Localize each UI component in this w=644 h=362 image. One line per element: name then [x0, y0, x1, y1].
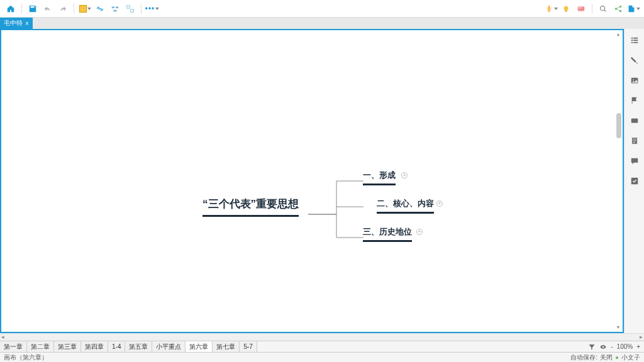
scroll-left-icon[interactable]: ◂ [0, 334, 6, 340]
svg-point-15 [633, 79, 634, 80]
sheet-tab[interactable]: 第三章 [54, 341, 81, 352]
separator [74, 4, 74, 14]
sheet-tab[interactable]: 第六章 [186, 341, 213, 352]
group-button[interactable] [108, 2, 122, 16]
child-node-3[interactable]: 三、历史地位 [363, 226, 412, 242]
svg-rect-5 [548, 5, 550, 12]
undo-button[interactable] [41, 2, 55, 16]
sheet-tab[interactable]: 第五章 [125, 341, 152, 352]
svg-rect-9 [579, 8, 582, 8]
chevron-down-icon [636, 8, 640, 10]
status-bar: 画布（第六章） 自动保存: 关闭 ● 小文子 [0, 352, 644, 362]
svg-point-12 [619, 5, 622, 8]
task-icon[interactable] [628, 175, 641, 187]
horizontal-scrollbar[interactable]: ◂ ▸ [0, 333, 644, 341]
filter-icon[interactable] [588, 343, 596, 351]
lightbulb-button[interactable] [559, 2, 573, 16]
expand-toggle-1[interactable]: + [401, 172, 408, 178]
svg-rect-3 [127, 5, 130, 8]
child-node-2[interactable]: 二、核心、内容 [377, 198, 434, 214]
eye-icon[interactable] [599, 343, 607, 351]
separator [141, 4, 142, 14]
svg-point-11 [615, 8, 618, 10]
format-icon[interactable] [628, 54, 641, 67]
flag-icon[interactable] [628, 94, 641, 107]
separator [21, 4, 22, 14]
top-toolbar: ••• [0, 0, 644, 18]
scroll-thumb[interactable] [616, 113, 621, 138]
svg-point-13 [619, 9, 622, 12]
chevron-down-icon [155, 8, 159, 10]
scroll-right-icon[interactable]: ▸ [638, 334, 644, 340]
link-button[interactable] [93, 2, 107, 16]
status-left: 画布（第六章） [4, 353, 48, 362]
ungroup-button[interactable] [123, 2, 137, 16]
chevron-down-icon [87, 8, 91, 10]
outline-icon[interactable] [628, 34, 641, 47]
canvas-viewport[interactable]: “三个代表”重要思想 一、形成 二、核心、内容 三、历史地位 + + + ▴ ▾ [0, 29, 624, 333]
document-tabbar: 毛中特 × [0, 18, 644, 29]
svg-rect-7 [565, 10, 567, 11]
root-node[interactable]: “三个代表”重要思想 [203, 197, 299, 217]
card-button[interactable] [574, 2, 588, 16]
note-icon[interactable] [628, 134, 641, 147]
right-panel [624, 29, 644, 333]
svg-point-10 [601, 6, 605, 10]
autosave-label: 自动保存: [570, 353, 597, 362]
svg-rect-0 [112, 6, 114, 8]
sheet-tab[interactable]: 第四章 [81, 341, 108, 352]
scroll-up-icon[interactable]: ▴ [615, 31, 621, 38]
share-button[interactable] [611, 2, 625, 16]
node-icon[interactable] [628, 114, 641, 127]
main-area: “三个代表”重要思想 一、形成 二、核心、内容 三、历史地位 + + + ▴ ▾ [0, 29, 644, 333]
zoom-in-button[interactable]: + [636, 343, 640, 350]
sheet-tab[interactable]: 小平重点 [152, 341, 186, 352]
image-icon[interactable] [628, 74, 641, 87]
vertical-scrollbar[interactable]: ▴ ▾ [615, 31, 621, 331]
sheet-tools: - 100% + [584, 341, 644, 352]
marker-button[interactable] [544, 2, 558, 16]
svg-point-6 [564, 6, 569, 10]
zoom-level: 100% [617, 343, 633, 350]
document-tab[interactable]: 毛中特 × [0, 18, 33, 29]
sheet-bar: 第一章第二章第三章第四章1-4第五章小平重点第六章第七章5-7 - 100% + [0, 341, 644, 352]
sheet-tab[interactable]: 第七章 [213, 341, 240, 352]
svg-rect-8 [578, 6, 585, 11]
separator [592, 4, 592, 14]
save-button[interactable] [26, 2, 40, 16]
home-button[interactable] [4, 2, 18, 16]
svg-rect-4 [131, 9, 133, 11]
close-icon[interactable]: × [25, 20, 29, 27]
mindmap-canvas[interactable]: “三个代表”重要思想 一、形成 二、核心、内容 三、历史地位 + + + [1, 30, 623, 332]
svg-rect-16 [631, 119, 638, 123]
expand-toggle-3[interactable]: + [416, 229, 423, 235]
palette-button[interactable] [78, 2, 92, 16]
sheet-tab[interactable]: 5-7 [240, 341, 257, 352]
expand-toggle-2[interactable]: + [436, 200, 443, 207]
connector-lines [308, 180, 364, 239]
tab-title: 毛中特 [4, 19, 23, 28]
redo-button[interactable] [56, 2, 70, 16]
child-node-1[interactable]: 一、形成 [363, 170, 396, 185]
more-button[interactable]: ••• [145, 2, 159, 16]
sheet-tab[interactable]: 第一章 [0, 341, 27, 352]
comment-icon[interactable] [628, 155, 641, 167]
autosave-state[interactable]: 关闭 [600, 353, 613, 362]
svg-rect-2 [113, 9, 116, 11]
sheet-tab[interactable]: 1-4 [108, 341, 125, 352]
svg-rect-1 [116, 6, 118, 8]
scroll-down-icon[interactable]: ▾ [615, 324, 621, 331]
export-button[interactable] [626, 2, 640, 16]
status-user: 小文子 [621, 353, 640, 362]
sheet-tab[interactable]: 第二章 [27, 341, 54, 352]
search-button[interactable] [596, 2, 610, 16]
zoom-out-button[interactable]: - [611, 343, 613, 350]
chevron-down-icon [554, 8, 558, 10]
